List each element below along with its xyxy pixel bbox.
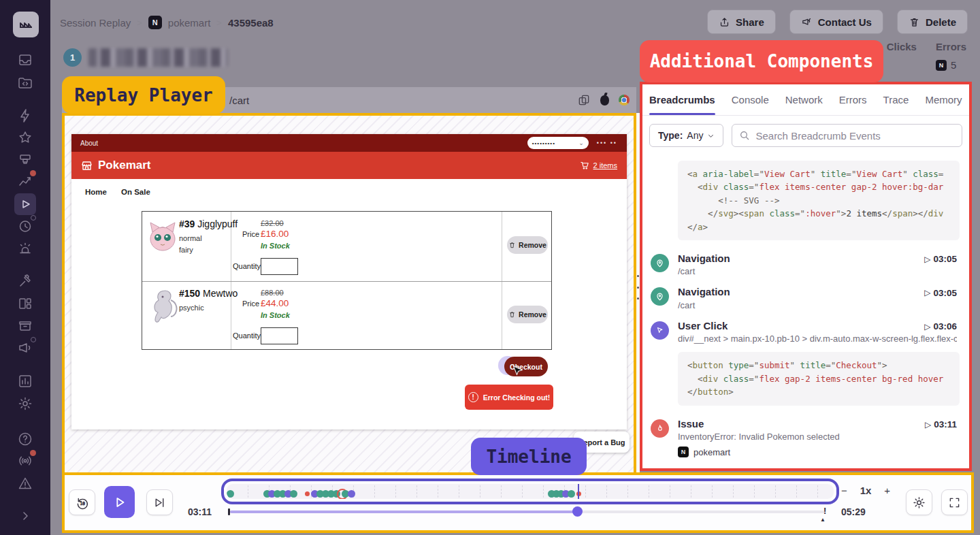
replay-url[interactable]: /cart xyxy=(229,95,249,106)
share-button[interactable]: Share xyxy=(707,10,776,34)
quantity-input[interactable] xyxy=(261,327,298,344)
sidebar-item-collapse[interactable] xyxy=(17,508,33,524)
seek-bar-thumb[interactable] xyxy=(572,506,583,517)
sidebar-item-trends[interactable] xyxy=(17,173,33,189)
play-from-here-icon: ▷ xyxy=(924,322,930,331)
on-sale-link[interactable]: On Sale xyxy=(121,188,150,196)
tab-breadcrumbs[interactable]: Breadcrumbs xyxy=(649,94,715,115)
sidebar-item-layout[interactable] xyxy=(17,295,33,312)
speed-plus-button[interactable]: + xyxy=(884,485,890,496)
type-filter-label: Type: xyxy=(658,130,683,141)
type-filter-dropdown[interactable]: Type: Any xyxy=(649,124,723,147)
tab-memory[interactable]: Memory xyxy=(925,94,962,115)
replay-player-viewport[interactable]: About ••••••••• ⌄ ••• •• Pokemart 2 item… xyxy=(62,113,636,475)
sidebar-item-code-folder[interactable] xyxy=(17,74,33,91)
timeline-gridline xyxy=(374,485,375,499)
session-stats: Clicks Errors N 5 xyxy=(887,41,966,71)
sidebar-item-bolt[interactable] xyxy=(17,108,33,124)
search-input[interactable] xyxy=(755,130,955,142)
event-row-issue[interactable]: Issue▷03:11InventoryError: Invalid Pokem… xyxy=(648,414,964,464)
timeline-event-dot[interactable] xyxy=(305,491,310,496)
event-row-navigation[interactable]: Navigation▷03:05/cart xyxy=(648,282,964,316)
sidebar-item-session-replay[interactable] xyxy=(14,193,36,215)
quantity-input[interactable] xyxy=(261,258,298,275)
event-detail: /cart xyxy=(678,300,957,310)
tab-network[interactable]: Network xyxy=(785,94,823,115)
trash-icon xyxy=(508,241,516,249)
timeline-event-dot[interactable] xyxy=(568,490,575,498)
event-row-navigation[interactable]: Navigation▷03:05/cart xyxy=(648,248,964,282)
timeline-event-dot[interactable] xyxy=(290,490,297,498)
timeline-annotation-box xyxy=(221,479,839,504)
password-select[interactable]: ••••••••• ⌄ xyxy=(527,137,589,149)
chevron-down-icon: ⌄ xyxy=(578,140,584,146)
seek-bar[interactable] xyxy=(230,510,826,513)
home-link[interactable]: Home xyxy=(85,188,107,196)
timeline-gridline xyxy=(775,485,776,499)
mouse-cursor-icon xyxy=(511,365,523,376)
count-badge xyxy=(31,215,36,221)
help-icon xyxy=(17,431,33,447)
player-controls-bar: 10 03:11 ! ▲ − 1x + 05:29 xyxy=(62,472,974,533)
posthog-logo[interactable] xyxy=(13,12,39,37)
remove-button[interactable]: Remove xyxy=(507,236,548,254)
fullscreen-button[interactable] xyxy=(941,489,968,515)
delete-button[interactable]: Delete xyxy=(897,10,968,34)
mewtwo-image xyxy=(148,287,180,329)
event-detail: div#__next > main.px-10.pb-10 > div.m-au… xyxy=(678,334,957,344)
event-row-user-click[interactable]: User Click▷03:06div#__next > main.px-10.… xyxy=(648,316,964,350)
sidebar-item-bar-chart[interactable] xyxy=(17,373,33,389)
toolbar-icon xyxy=(17,151,33,167)
tab-errors[interactable]: Errors xyxy=(839,94,867,115)
sidebar-item-box[interactable] xyxy=(17,317,33,334)
sidebar-item-warning[interactable] xyxy=(17,475,33,491)
nextjs-badge-icon: N xyxy=(936,60,947,71)
skip-back-10-button[interactable]: 10 xyxy=(69,489,95,515)
timeline-event-dot[interactable] xyxy=(348,490,355,498)
skip-to-end-button[interactable] xyxy=(146,489,173,515)
pokemart-header: Pokemart 2 items xyxy=(71,152,627,179)
cart-items-count: 2 items xyxy=(593,161,617,169)
event-timestamp[interactable]: ▷03:11 xyxy=(925,419,957,429)
tab-trace[interactable]: Trace xyxy=(883,94,909,115)
trash-icon xyxy=(909,16,920,28)
price-label: Price xyxy=(242,230,259,238)
sidebar-item-inbox[interactable] xyxy=(17,52,33,68)
sidebar-item-hammer[interactable] xyxy=(17,273,33,289)
player-settings-button[interactable] xyxy=(906,489,932,515)
sidebar-item-alarm[interactable] xyxy=(17,240,33,257)
sidebar-item-gear[interactable] xyxy=(17,395,33,412)
breadcrumb-project[interactable]: pokemart xyxy=(168,17,211,29)
remove-button[interactable]: Remove xyxy=(507,306,548,323)
view-cart-link[interactable]: 2 items xyxy=(580,161,617,171)
copy-icon[interactable] xyxy=(577,93,591,107)
timeline-gridline xyxy=(248,485,248,499)
sidebar-item-live[interactable] xyxy=(17,453,33,469)
delete-label: Delete xyxy=(926,16,956,28)
sidebar-item-history[interactable] xyxy=(17,218,33,234)
sidebar-item-star[interactable] xyxy=(17,129,33,146)
event-title: Issue xyxy=(678,418,925,429)
about-link[interactable]: About xyxy=(80,140,98,147)
sidebar-item-toolbar[interactable] xyxy=(17,151,33,167)
breadcrumb: Session Replay > N pokemart > 43595ea8 xyxy=(60,16,274,29)
pokemart-brand[interactable]: Pokemart xyxy=(98,159,150,172)
breadcrumb-session-replay[interactable]: Session Replay xyxy=(60,17,131,29)
inspector-panel: BreadcrumbsConsoleNetworkErrorsTraceMemo… xyxy=(640,82,972,471)
event-timestamp[interactable]: ▷03:05 xyxy=(924,254,957,264)
event-timestamp[interactable]: ▷03:06 xyxy=(924,321,957,331)
panel-divider-handle[interactable] xyxy=(637,275,639,299)
timeline-event-dot[interactable] xyxy=(227,490,234,498)
event-timestamp[interactable]: ▷03:05 xyxy=(924,288,957,298)
timeline-track[interactable] xyxy=(227,484,834,499)
sidebar-item-megaphone[interactable] xyxy=(17,340,33,356)
contact-us-button[interactable]: Contact Us xyxy=(789,10,883,34)
play-button[interactable] xyxy=(104,486,135,518)
tab-console[interactable]: Console xyxy=(732,94,769,115)
stock-status: In Stock xyxy=(261,242,290,250)
notification-dot xyxy=(30,450,36,456)
timeline-gridline xyxy=(627,485,628,499)
speed-minus-button[interactable]: − xyxy=(841,485,847,496)
timeline-playhead[interactable] xyxy=(578,484,579,499)
sidebar-item-help[interactable] xyxy=(17,431,33,447)
